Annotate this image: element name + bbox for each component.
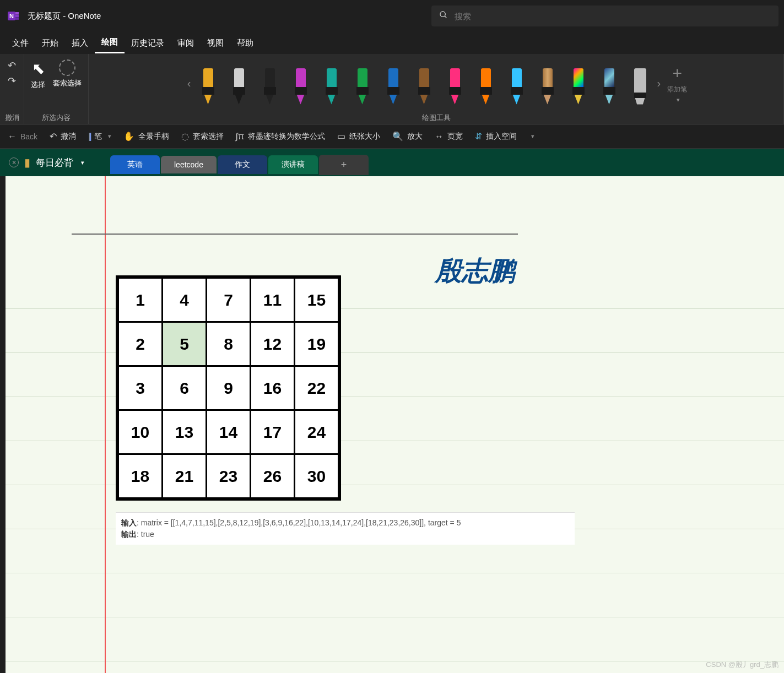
menu-item-3[interactable]: 绘图	[95, 32, 125, 53]
section-tab-0[interactable]: 英语	[110, 155, 160, 174]
chevron-down-icon[interactable]: ▾	[81, 159, 84, 166]
matrix-cell: 19	[295, 322, 339, 366]
signature-handwriting: 殷志鹏	[435, 253, 515, 289]
pan-button[interactable]: ✋全景手柄	[123, 131, 169, 142]
sec-lasso-button[interactable]: ◌套索选择	[181, 131, 224, 142]
pen-tool-3[interactable]	[293, 68, 309, 106]
add-section-button[interactable]: +	[319, 155, 369, 175]
menu-item-2[interactable]: 插入	[65, 34, 95, 53]
secondary-toolbar: ←Back ↶撤消 |||笔▾ ✋全景手柄 ◌套索选择 ∫π将墨迹转换为数学公式…	[0, 124, 784, 149]
menu-item-7[interactable]: 帮助	[230, 34, 260, 53]
pen-tool-11[interactable]	[539, 68, 556, 106]
zoom-in-button[interactable]: 🔍放大	[392, 131, 423, 142]
select-tool-button[interactable]: ⬉ 选择	[29, 56, 47, 93]
pen-scroll-right[interactable]: ›	[654, 77, 664, 90]
lasso-tool-button[interactable]: 套索选择	[51, 56, 84, 91]
search-box[interactable]	[431, 6, 778, 26]
matrix-cell: 24	[295, 410, 339, 454]
pan-label: 全景手柄	[138, 132, 169, 142]
search-input[interactable]	[455, 12, 771, 21]
lasso-label: 套索选择	[53, 78, 82, 88]
matrix-cell: 8	[207, 322, 251, 366]
menu-item-5[interactable]: 审阅	[171, 34, 201, 53]
pen-scroll-left[interactable]: ‹	[184, 77, 194, 90]
overflow-button[interactable]: ▾	[529, 133, 534, 140]
add-pen-button[interactable]: + 添加笔 ▾	[666, 61, 688, 107]
page-canvas[interactable]: 殷志鹏 147111525812193691622101314172418212…	[6, 176, 784, 673]
back-button[interactable]: ←Back	[8, 132, 37, 142]
redo-icon[interactable]: ↷	[8, 75, 16, 87]
content-divider	[72, 234, 518, 235]
page-rule	[6, 617, 784, 617]
matrix-cell: 9	[207, 366, 251, 410]
matrix-cell: 22	[295, 366, 339, 410]
section-tab-1[interactable]: leetcode	[161, 156, 217, 173]
pen-tool-12[interactable]	[570, 68, 587, 106]
chevron-down-icon: ▾	[531, 133, 534, 140]
pen-tool-10[interactable]	[509, 68, 525, 106]
close-panel-icon[interactable]: ✕	[9, 158, 19, 167]
sec-pen-label: 笔	[94, 132, 102, 142]
section-tabs: 英语leetcode作文演讲稿+	[110, 149, 370, 176]
insert-space-label: 插入空间	[486, 132, 517, 142]
output-label: 输出	[121, 530, 137, 539]
menubar: 文件开始插入绘图历史记录审阅视图帮助	[0, 32, 784, 54]
ink2math-label: 将墨迹转换为数学公式	[248, 132, 325, 142]
zoom-in-label: 放大	[407, 132, 423, 142]
menu-item-4[interactable]: 历史记录	[125, 34, 171, 53]
pen-gallery	[197, 62, 652, 106]
matrix-grid: 1471115258121936916221013141724182123263…	[116, 275, 341, 501]
paper-size-button[interactable]: ▭纸张大小	[337, 131, 380, 142]
watermark: CSDN @殷丿grd_志鹏	[706, 660, 778, 670]
pen-tool-1[interactable]	[231, 68, 247, 106]
plus-icon: +	[672, 64, 682, 83]
ink-to-math-button[interactable]: ∫π将墨迹转换为数学公式	[236, 132, 325, 142]
svg-text:N: N	[9, 13, 14, 19]
cursor-icon: ⬉	[32, 59, 45, 78]
matrix-cell: 26	[251, 454, 295, 498]
select-label: 选择	[31, 80, 45, 90]
pen-tool-0[interactable]	[200, 68, 217, 106]
sec-lasso-label: 套索选择	[193, 132, 224, 142]
pen-tool-13[interactable]	[601, 68, 618, 106]
matrix-cell: 18	[118, 454, 163, 498]
matrix-cell: 21	[163, 454, 207, 498]
undo-group-label: 撤消	[5, 111, 19, 123]
input-label: 输入	[121, 518, 137, 527]
notebook-icon: ▮	[24, 156, 30, 169]
pen-tool-4[interactable]	[323, 68, 340, 106]
menu-item-0[interactable]: 文件	[6, 34, 35, 53]
menu-item-1[interactable]: 开始	[35, 34, 65, 53]
menu-item-6[interactable]: 视图	[201, 34, 230, 53]
back-label: Back	[20, 132, 37, 141]
pen-tool-7[interactable]	[416, 68, 432, 106]
code-block: 输入: matrix = [[1,4,7,11,15],[2,5,8,12,19…	[116, 512, 575, 545]
svg-point-5	[440, 12, 445, 17]
matrix-cell: 1	[118, 278, 163, 322]
sec-undo-label: 撤消	[61, 132, 76, 142]
pen-tool-5[interactable]	[354, 68, 371, 106]
matrix-cell: 16	[251, 366, 295, 410]
hand-icon: ✋	[123, 131, 134, 142]
pen-tool-2[interactable]	[262, 68, 278, 106]
titlebar: N 无标题页 - OneNote	[0, 0, 784, 32]
matrix-cell: 12	[251, 322, 295, 366]
margin-line	[105, 176, 106, 673]
matrix-cell: 23	[207, 454, 251, 498]
svg-rect-1	[15, 12, 19, 15]
matrix-cell: 14	[207, 410, 251, 454]
draw-tools-group-label: 绘图工具	[422, 111, 451, 123]
section-tab-2[interactable]: 作文	[218, 155, 267, 174]
page-width-button[interactable]: ↔页宽	[435, 132, 463, 142]
notebook-title[interactable]: 每日必背	[36, 156, 73, 169]
matrix-cell: 4	[163, 278, 207, 322]
insert-space-button[interactable]: ⇵插入空间	[475, 131, 517, 142]
pen-tool-6[interactable]	[385, 68, 402, 106]
pen-tool-9[interactable]	[478, 68, 494, 106]
sec-undo-button[interactable]: ↶撤消	[50, 131, 76, 142]
undo-icon[interactable]: ↶	[8, 59, 16, 72]
section-tab-3[interactable]: 演讲稿	[268, 155, 318, 174]
pen-tool-14[interactable]	[632, 68, 648, 106]
sec-pen-button[interactable]: |||笔▾	[88, 132, 111, 142]
pen-tool-8[interactable]	[447, 68, 463, 106]
